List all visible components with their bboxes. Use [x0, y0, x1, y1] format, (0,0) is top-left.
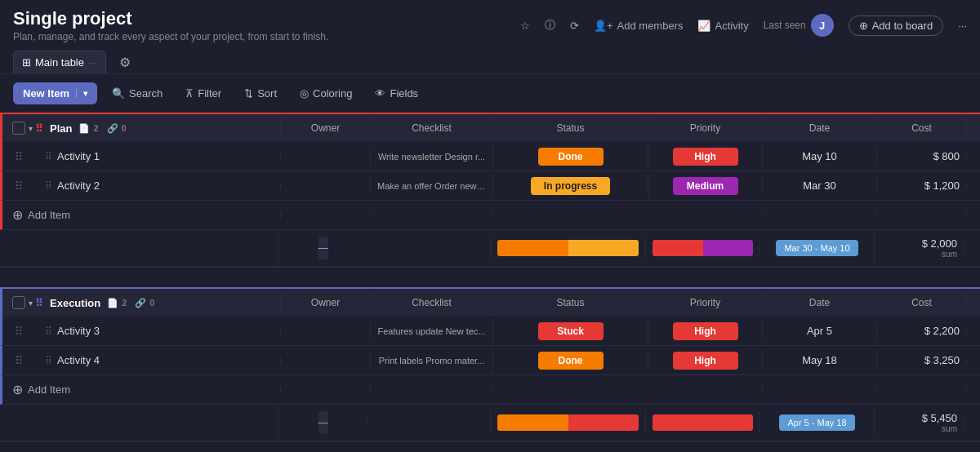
more-icon: ··· [958, 20, 967, 32]
plan-summary-label: — [278, 230, 368, 266]
execution-group-checkbox[interactable] [12, 296, 25, 309]
row-date: Apr 5 [762, 321, 876, 340]
plan-status-header: Status [492, 116, 648, 140]
row-checklist: Print labels Promo mater... [370, 352, 492, 369]
fields-icon: 👁 [375, 87, 385, 100]
add-priority [648, 212, 762, 219]
new-item-button[interactable]: New Item ▾ [13, 82, 97, 104]
priority-badge: High [673, 148, 738, 166]
add-item-label: Add Item [28, 209, 70, 221]
drag-icon: ⠿ [15, 354, 23, 367]
project-title: Single project [13, 8, 328, 29]
tab-main-table[interactable]: ⊞ Main table ··· [13, 51, 106, 73]
status-seg-done [497, 240, 568, 256]
fields-button[interactable]: 👁 Fields [367, 82, 426, 104]
exec-summary-more[interactable]: ⋮ [964, 414, 980, 432]
activity-button[interactable]: 📈 Activity [697, 20, 748, 32]
row-name: ⠿ Activity 3 [35, 318, 280, 343]
row-status[interactable]: In progress [492, 174, 648, 198]
plan-add-item-button[interactable]: ⊕ Add Item [2, 201, 80, 229]
plan-checkbox-area: ▾ [2, 122, 35, 135]
exec-summary-cost: $ 5,450 sum [874, 409, 964, 436]
fields-label: Fields [390, 87, 418, 100]
plan-summary-more[interactable]: ⋮ [964, 239, 980, 258]
row-cost: $ 2,200 [876, 321, 966, 340]
row-handle-icon: ⠿ [45, 326, 52, 337]
add-item-icon: ⊕ [12, 382, 23, 397]
execution-group-name: ⠿ Execution 📄 2 🔗 0 [35, 297, 280, 309]
row-owner [280, 357, 370, 364]
row-checklist: Write newsletter Design r... [370, 148, 492, 165]
plan-group-meta: 📄 2 🔗 0 [78, 123, 126, 134]
add-members-button[interactable]: 👤+ Add members [594, 20, 684, 32]
table-row: ⠿ ⠿ Activity 1 Write newsletter Design r… [0, 142, 980, 171]
exec-add-item-row: ⊕ Add Item [0, 375, 980, 405]
more-options-button[interactable]: ··· [958, 20, 967, 32]
add-to-board-button[interactable]: ⊕ Add to board [849, 16, 943, 36]
status-seg-inprogress [568, 240, 639, 256]
doc-icon: 📄 [107, 298, 118, 308]
exec-priority-bar [653, 414, 753, 431]
exec-cost-header: Cost [876, 290, 966, 315]
coloring-label: Coloring [313, 87, 352, 100]
exec-status-seg-stuck [568, 414, 639, 431]
row-drag-handle: ⠿ [2, 325, 35, 338]
add-cost [876, 387, 966, 393]
sort-button[interactable]: ⇅ Sort [236, 82, 285, 104]
header-left: Single project Plan, manage, and track e… [13, 8, 328, 42]
header-right: ☆ ⓘ ⟳ 👤+ Add members 📈 Activity Last see… [520, 14, 967, 37]
row-status[interactable]: Done [492, 348, 648, 373]
page-header: Single project Plan, manage, and track e… [0, 0, 980, 46]
search-icon: 🔍 [112, 87, 125, 100]
priority-badge: High [673, 322, 738, 340]
row-drag-handle: ⠿ [2, 179, 35, 193]
add-extra [966, 387, 980, 393]
plan-summary-date: Mar 30 - May 10 [760, 237, 874, 259]
add-item-row: ⊕ Add Item [0, 201, 980, 230]
filter-button[interactable]: ⊼ Filter [177, 82, 229, 104]
exec-summary-date-range: Apr 5 - May 18 [779, 414, 854, 431]
exec-summary-row: — Apr 5 - May 18 $ 5,450 sum ⋮ [0, 405, 980, 442]
exec-add-item-button[interactable]: ⊕ Add Item [2, 375, 80, 404]
execution-group-chevron[interactable]: ▾ [29, 299, 33, 308]
plan-group-header: ▾ ⠿ Plan 📄 2 🔗 0 Owner Checklist Status … [0, 113, 980, 142]
settings-icon: ⚙ [119, 55, 131, 69]
row-owner [280, 328, 370, 335]
row-status[interactable]: Stuck [492, 319, 648, 343]
row-priority[interactable]: High [648, 319, 762, 343]
coloring-button[interactable]: ◎ Coloring [292, 82, 360, 104]
doc-icon: 📄 [78, 123, 90, 134]
search-button[interactable]: 🔍 Search [104, 82, 171, 104]
exec-status-seg-done [497, 414, 568, 431]
activity-label: Activity [715, 20, 748, 32]
plan-owner-header: Owner [280, 116, 370, 140]
last-seen-area: Last seen J [764, 14, 834, 37]
row-cost: $ 3,250 [876, 351, 966, 370]
table-row: ⠿ ⠿ Activity 2 Make an offer Order new .… [0, 171, 980, 201]
row-status[interactable]: Done [492, 144, 648, 169]
row-date: May 18 [762, 351, 876, 370]
exec-owner-header: Owner [280, 290, 370, 315]
refresh-button[interactable]: ⟳ [570, 20, 579, 32]
table-icon: ⊞ [22, 56, 31, 69]
row-handle-icon: ⠿ [45, 180, 52, 192]
plan-cost-header: Cost [876, 116, 966, 140]
drag-icon: ⠿ [15, 325, 23, 338]
tab-main-table-label: Main table [35, 56, 84, 69]
add-extra [966, 212, 980, 219]
info-button[interactable]: ⓘ [545, 18, 555, 33]
row-priority[interactable]: High [648, 348, 762, 373]
star-button[interactable]: ☆ [520, 20, 530, 32]
tabs-bar: ⊞ Main table ··· ⚙ [0, 46, 980, 74]
star-icon: ☆ [520, 20, 530, 32]
row-priority[interactable]: Medium [648, 174, 762, 198]
plan-group-chevron[interactable]: ▾ [29, 124, 33, 133]
add-to-board-icon: ⊕ [859, 20, 868, 32]
plan-date-header: Date [762, 116, 876, 140]
filter-icon: ⊼ [185, 87, 194, 100]
row-cost: $ 1,200 [876, 176, 966, 195]
plan-group-checkbox[interactable] [12, 122, 25, 135]
priority-seg-medium [703, 240, 754, 256]
row-priority[interactable]: High [648, 144, 762, 169]
settings-button[interactable]: ⚙ [113, 51, 137, 73]
